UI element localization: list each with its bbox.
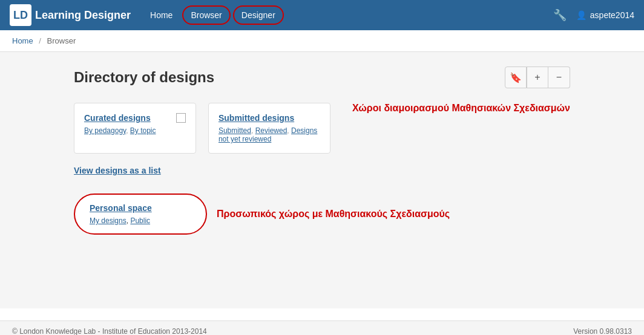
greek-annotation-2: Προσωπικός χώρος με Μαθησιακούς Σχεδιασμ… <box>217 209 450 220</box>
personal-link-public[interactable]: Public <box>130 216 150 225</box>
curated-card: Curated designs By pedagogy, By topic <box>74 103 196 154</box>
nav-home[interactable]: Home <box>143 7 180 24</box>
submitted-card: Submitted designs Submitted, Reviewed, D… <box>208 103 330 154</box>
settings-icon[interactable]: 🔧 <box>553 8 567 22</box>
greek-annotation-1: Χώροι διαμοιρασμού Μαθησιακών Σχεδιασμών <box>352 103 570 154</box>
nav-browser[interactable]: Browser <box>182 5 230 25</box>
username: aspete2014 <box>590 10 634 20</box>
footer-copyright: © London Knowledge Lab - Institute of Ed… <box>12 327 207 335</box>
curated-card-title[interactable]: Curated designs <box>84 113 186 123</box>
personal-card-links: My designs, Public <box>90 216 191 225</box>
submitted-card-links: Submitted, Reviewed, Designs not yet rev… <box>218 126 320 143</box>
breadcrumb-current: Browser <box>47 36 76 45</box>
view-list-row: View designs as a list <box>74 166 570 175</box>
submitted-link-reviewed[interactable]: Reviewed <box>255 126 288 135</box>
plus-button[interactable]: + <box>527 67 548 88</box>
breadcrumb: Home / Browser <box>0 30 644 52</box>
nav-designer[interactable]: Designer <box>233 5 284 25</box>
personal-row: Personal space My designs, Public Προσωπ… <box>74 194 570 235</box>
curated-link-topic[interactable]: By topic <box>130 126 156 135</box>
navbar-links: Home Browser Designer <box>143 5 553 25</box>
footer-version: Version 0.98.0313 <box>573 327 632 335</box>
breadcrumb-home[interactable]: Home <box>12 36 33 45</box>
page-title-row: Directory of designs 🔖 + − <box>74 67 570 88</box>
view-list-link[interactable]: View designs as a list <box>74 166 161 175</box>
brand-logo: LD <box>10 4 31 26</box>
brand-name: Learning Designer <box>35 9 131 22</box>
breadcrumb-separator: / <box>39 36 41 45</box>
page-title: Directory of designs <box>74 69 214 86</box>
user-info: 👤 aspete2014 <box>576 10 634 20</box>
brand: LD Learning Designer <box>10 4 131 26</box>
personal-link-my-designs[interactable]: My designs <box>90 216 126 225</box>
content: Directory of designs 🔖 + − Curated desig… <box>62 52 582 255</box>
curated-card-links: By pedagogy, By topic <box>84 126 186 135</box>
navbar-right: 🔧 👤 aspete2014 <box>553 8 634 22</box>
minus-button[interactable]: − <box>548 67 570 88</box>
personal-space-title[interactable]: Personal space <box>90 203 191 213</box>
main-wrapper: Home / Browser Directory of designs 🔖 + … <box>0 30 644 308</box>
user-icon: 👤 <box>576 10 586 20</box>
curated-sep1: , <box>126 126 130 135</box>
submitted-link-submitted[interactable]: Submitted <box>218 126 251 135</box>
footer: © London Knowledge Lab - Institute of Ed… <box>0 320 644 335</box>
cards-row: Curated designs By pedagogy, By topic Su… <box>74 103 570 154</box>
curated-checkbox[interactable] <box>176 113 186 123</box>
submitted-sep1: , <box>251 126 255 135</box>
submitted-card-title[interactable]: Submitted designs <box>218 113 320 123</box>
navbar: LD Learning Designer Home Browser Design… <box>0 0 644 30</box>
curated-link-pedagogy[interactable]: By pedagogy <box>84 126 126 135</box>
personal-card: Personal space My designs, Public <box>74 194 207 235</box>
submitted-sep2: , <box>287 126 291 135</box>
bookmark-button[interactable]: 🔖 <box>505 67 527 88</box>
title-buttons: 🔖 + − <box>505 67 570 88</box>
